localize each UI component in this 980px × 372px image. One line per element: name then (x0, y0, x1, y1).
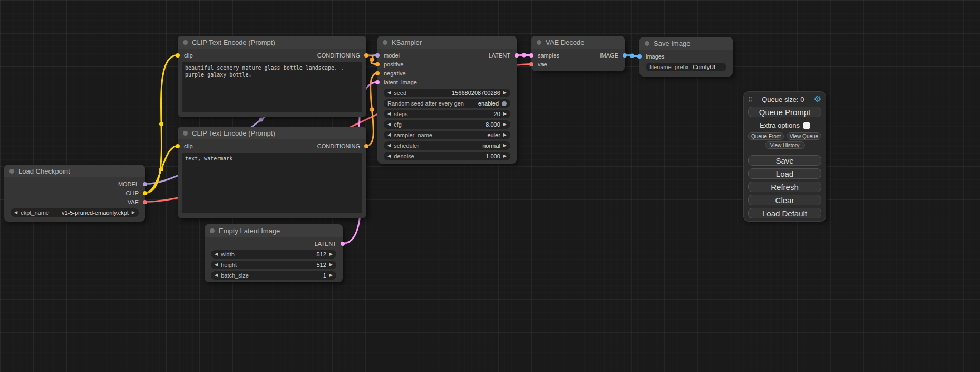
negative-input-slot[interactable] (375, 71, 380, 75)
drag-handle-icon[interactable]: ⣿ (748, 96, 752, 103)
save-button[interactable]: Save (748, 155, 821, 166)
decrement-icon[interactable]: ◀ (215, 263, 218, 267)
decrement-icon[interactable]: ◀ (387, 112, 391, 116)
batch-size-widget[interactable]: ◀ batch_size 1 ▶ (211, 271, 336, 280)
settings-gear-icon[interactable]: ⚙ (814, 95, 821, 103)
widget-label: steps (394, 111, 407, 117)
queue-front-button[interactable]: Queue Front (748, 132, 784, 140)
latent-image-input-slot[interactable] (375, 80, 380, 84)
decrement-icon[interactable]: ◀ (14, 211, 17, 215)
decrement-icon[interactable]: ◀ (387, 144, 391, 148)
increment-icon[interactable]: ▶ (132, 211, 135, 215)
widget-value: normal (422, 142, 500, 149)
load-button[interactable]: Load (748, 168, 821, 179)
increment-icon[interactable]: ▶ (503, 144, 507, 148)
latent-output-slot[interactable] (341, 242, 345, 246)
model-input-slot[interactable] (375, 53, 380, 58)
clip-output-slot[interactable] (143, 191, 147, 195)
extra-options-label: Extra options (760, 121, 800, 129)
collapse-dot-icon[interactable] (210, 228, 215, 233)
view-queue-button[interactable]: View Queue (787, 132, 821, 140)
widget-value: 512 (240, 262, 326, 268)
decrement-icon[interactable]: ◀ (387, 91, 391, 95)
queue-prompt-button[interactable]: Queue Prompt (748, 107, 821, 117)
scheduler-widget[interactable]: ◀ scheduler normal ▶ (384, 141, 510, 150)
vae-output-slot[interactable] (143, 200, 147, 204)
node-save-image[interactable]: Save Image images filename_prefix ComfyU… (639, 37, 733, 77)
extra-options-checkbox[interactable] (803, 122, 810, 129)
collapse-dot-icon[interactable] (537, 40, 541, 45)
node-title-bar[interactable]: KSampler (377, 36, 517, 49)
width-widget[interactable]: ◀ width 512 ▶ (211, 250, 336, 259)
negative-prompt-textarea[interactable]: text, watermark (182, 153, 362, 213)
clear-button[interactable]: Clear (748, 195, 821, 205)
sampler-name-widget[interactable]: ◀ sampler_name euler ▶ (384, 131, 510, 139)
increment-icon[interactable]: ▶ (329, 252, 333, 256)
view-history-button[interactable]: View History (765, 141, 805, 149)
decrement-icon[interactable]: ◀ (387, 154, 391, 158)
decrement-icon[interactable]: ◀ (215, 252, 218, 256)
image-output-slot[interactable] (623, 53, 627, 58)
refresh-button[interactable]: Refresh (748, 182, 821, 192)
increment-icon[interactable]: ▶ (329, 263, 333, 267)
collapse-dot-icon[interactable] (9, 169, 14, 174)
images-input-slot[interactable] (637, 54, 642, 59)
node-title-bar[interactable]: Empty Latent Image (205, 224, 343, 237)
node-title: CLIP Text Encode (Prompt) (192, 129, 275, 137)
node-vae-decode[interactable]: VAE Decode samples IMAGE vae (531, 36, 625, 71)
conditioning-output-slot[interactable] (364, 53, 368, 58)
node-clip-text-encode-negative[interactable]: CLIP Text Encode (Prompt) clip CONDITION… (178, 127, 366, 218)
ckpt-name-widget[interactable]: ◀ ckpt_name v1-5-pruned-emaonly.ckpt ▶ (11, 208, 139, 217)
filename-prefix-widget[interactable]: filename_prefix ComfyUI (646, 63, 726, 71)
widget-value: 1 (252, 272, 326, 279)
clip-input-slot[interactable] (176, 144, 180, 148)
node-title-bar[interactable]: CLIP Text Encode (Prompt) (178, 127, 366, 139)
node-title-bar[interactable]: Save Image (639, 37, 733, 50)
positive-prompt-textarea[interactable]: beautiful scenery nature glass bottle la… (182, 62, 362, 112)
vae-input-slot[interactable] (529, 62, 533, 66)
increment-icon[interactable]: ▶ (503, 133, 507, 137)
node-title-bar[interactable]: CLIP Text Encode (Prompt) (178, 36, 366, 49)
increment-icon[interactable]: ▶ (329, 273, 333, 278)
increment-icon[interactable]: ▶ (503, 91, 507, 95)
widget-label: filename_prefix (649, 64, 689, 70)
collapse-dot-icon[interactable] (383, 40, 387, 45)
denoise-widget[interactable]: ◀ denoise 1.000 ▶ (384, 152, 510, 160)
clip-input-slot[interactable] (176, 53, 180, 58)
output-row-vae: VAE (4, 197, 145, 206)
widget-label: denoise (394, 153, 414, 159)
samples-input-slot[interactable] (529, 53, 533, 58)
seed-widget[interactable]: ◀ seed 156680208700286 ▶ (384, 89, 510, 97)
widget-value: 156680208700286 (410, 90, 500, 96)
random-seed-toggle-widget[interactable]: Random seed after every gen enabled (384, 99, 510, 108)
node-clip-text-encode-positive[interactable]: CLIP Text Encode (Prompt) clip CONDITION… (178, 36, 366, 117)
node-empty-latent-image[interactable]: Empty Latent Image LATENT ◀ width 512 ▶ … (205, 224, 343, 282)
slot-row: model LATENT (377, 51, 517, 60)
node-load-checkpoint[interactable]: Load Checkpoint MODEL CLIP VAE ◀ ckpt_na… (4, 165, 145, 222)
height-widget[interactable]: ◀ height 512 ▶ (211, 261, 336, 269)
increment-icon[interactable]: ▶ (503, 154, 507, 158)
cfg-widget[interactable]: ◀ cfg 8.000 ▶ (384, 120, 510, 129)
output-row-clip: CLIP (4, 188, 145, 197)
decrement-icon[interactable]: ◀ (387, 133, 391, 137)
node-graph-canvas[interactable]: Load Checkpoint MODEL CLIP VAE ◀ ckpt_na… (0, 0, 980, 372)
decrement-icon[interactable]: ◀ (387, 122, 391, 127)
node-title-bar[interactable]: VAE Decode (531, 36, 625, 49)
model-output-slot[interactable] (143, 182, 147, 186)
latent-output-slot[interactable] (515, 53, 519, 58)
steps-widget[interactable]: ◀ steps 20 ▶ (384, 110, 510, 118)
load-default-button[interactable]: Load Default (748, 208, 821, 218)
slot-row: positive (377, 60, 517, 69)
conditioning-output-slot[interactable] (364, 144, 368, 148)
node-ksampler[interactable]: KSampler model LATENT positive negative … (377, 36, 517, 164)
clip-input-label: clip (184, 52, 193, 59)
increment-icon[interactable]: ▶ (503, 112, 507, 116)
collapse-dot-icon[interactable] (183, 40, 188, 45)
collapse-dot-icon[interactable] (645, 41, 649, 46)
positive-input-slot[interactable] (375, 62, 380, 66)
node-title-bar[interactable]: Load Checkpoint (4, 165, 145, 177)
collapse-dot-icon[interactable] (183, 131, 188, 136)
decrement-icon[interactable]: ◀ (215, 273, 218, 278)
increment-icon[interactable]: ▶ (503, 122, 507, 127)
toggle-knob-icon[interactable] (502, 101, 507, 106)
